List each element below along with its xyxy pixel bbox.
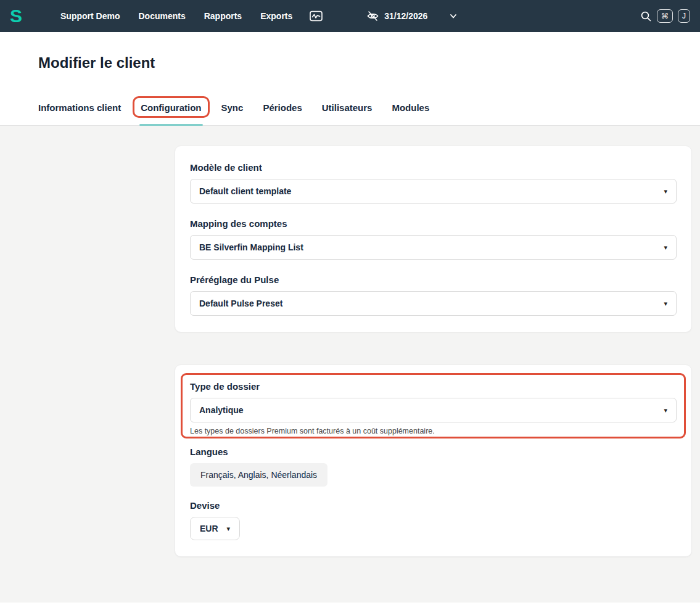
select-value: Default client template (199, 186, 291, 196)
period-selector[interactable]: 31/12/2026 (367, 10, 427, 22)
silverfin-logo[interactable]: S (10, 7, 22, 25)
field-label: Type de dossier (190, 381, 677, 392)
field-prereglage-du-pulse: Préréglage du Pulse Default Pulse Preset… (190, 274, 677, 316)
j-key-badge: J (678, 9, 690, 23)
page-header: Modifier le client (0, 32, 700, 86)
page-title: Modifier le client (38, 54, 662, 72)
client-template-select[interactable]: Default client template ▾ (190, 179, 677, 204)
main-content: Modèle de client Default client template… (0, 126, 700, 603)
tabs-row: Informations client Configuration Sync P… (0, 86, 700, 126)
tab-label: Modules (392, 102, 429, 113)
field-type-de-dossier: Type de dossier Analytique ▾ Les types d… (190, 381, 677, 435)
tab-label: Informations client (38, 102, 121, 113)
tab-label: Configuration (141, 102, 201, 113)
select-value: EUR (200, 524, 218, 533)
nav-rapports[interactable]: Rapports (204, 11, 242, 21)
pulse-preset-select[interactable]: Default Pulse Preset ▾ (190, 291, 677, 316)
select-value: Analytique (199, 405, 244, 415)
nav-documents[interactable]: Documents (138, 11, 185, 21)
caret-down-icon: ▾ (664, 300, 667, 307)
main-nav: Support Demo Documents Rapports Exports (60, 11, 292, 21)
field-label: Langues (190, 447, 677, 457)
cmd-key-badge: ⌘ (657, 9, 673, 23)
top-navigation-bar: S Support Demo Documents Rapports Export… (0, 0, 700, 32)
tab-sync[interactable]: Sync (221, 102, 244, 113)
caret-down-icon: ▾ (664, 188, 667, 195)
langues-chip[interactable]: Français, Anglais, Néerlandais (190, 463, 327, 487)
eye-slash-icon (367, 10, 379, 22)
nav-support-demo[interactable]: Support Demo (60, 11, 120, 21)
topbar-right-group: ⌘ J (640, 9, 690, 23)
tab-configuration[interactable]: Configuration (141, 102, 201, 113)
dossier-card: Type de dossier Analytique ▾ Les types d… (175, 364, 692, 557)
tab-periodes[interactable]: Périodes (263, 102, 302, 113)
pulse-chart-icon[interactable] (310, 10, 323, 22)
tab-informations-client[interactable]: Informations client (38, 102, 121, 113)
field-label: Devise (190, 500, 677, 511)
active-tab-underline (139, 124, 202, 126)
devise-select[interactable]: EUR ▾ (190, 517, 240, 540)
period-date: 31/12/2026 (384, 11, 427, 21)
search-icon[interactable] (640, 10, 652, 22)
select-value: BE Silverfin Mapping List (199, 242, 303, 252)
caret-down-icon: ▾ (227, 525, 231, 532)
tab-label: Périodes (263, 102, 302, 113)
caret-down-icon: ▾ (664, 407, 667, 414)
nav-exports[interactable]: Exports (260, 11, 292, 21)
dossier-type-help-text: Les types de dossiers Premium sont factu… (190, 427, 677, 435)
field-mapping-des-comptes: Mapping des comptes BE Silverfin Mapping… (190, 218, 677, 260)
chevron-down-icon[interactable] (448, 11, 458, 21)
configuration-card: Modèle de client Default client template… (175, 146, 692, 332)
select-value: Default Pulse Preset (199, 298, 282, 308)
caret-down-icon: ▾ (664, 244, 667, 251)
dossier-type-select[interactable]: Analytique ▾ (190, 398, 677, 422)
field-label: Modèle de client (190, 162, 677, 173)
field-modele-de-client: Modèle de client Default client template… (190, 162, 677, 204)
field-devise: Devise EUR ▾ (190, 500, 677, 540)
field-langues: Langues Français, Anglais, Néerlandais (190, 447, 677, 487)
field-label: Préréglage du Pulse (190, 274, 677, 285)
field-label: Mapping des comptes (190, 218, 677, 229)
tab-label: Sync (221, 102, 244, 113)
tab-modules[interactable]: Modules (392, 102, 429, 113)
tab-label: Utilisateurs (322, 102, 373, 113)
mapping-list-select[interactable]: BE Silverfin Mapping List ▾ (190, 235, 677, 260)
tab-utilisateurs[interactable]: Utilisateurs (322, 102, 373, 113)
